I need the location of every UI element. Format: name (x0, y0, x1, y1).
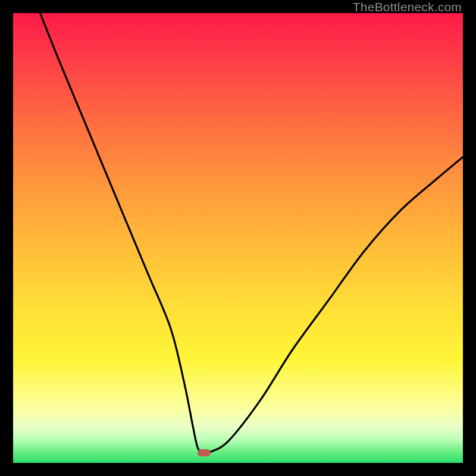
bottleneck-curve (13, 13, 463, 463)
optimal-point-marker (198, 449, 211, 456)
plot-area (13, 13, 463, 463)
chart-frame: TheBottleneck.com (0, 0, 476, 476)
watermark-text: TheBottleneck.com (353, 0, 462, 14)
